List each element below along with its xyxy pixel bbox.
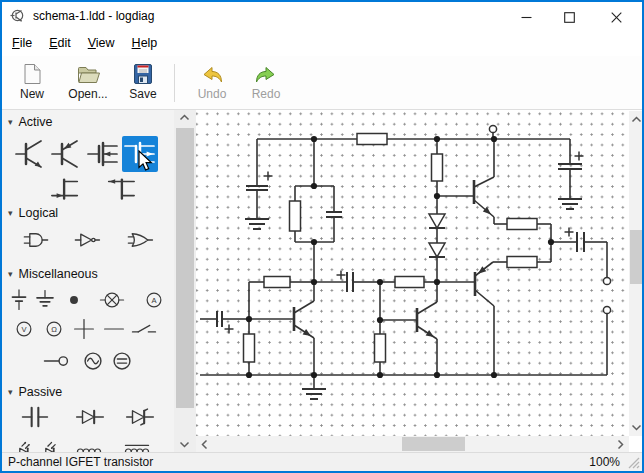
open-folder-icon [76, 62, 100, 86]
palette-item-crossing[interactable] [69, 316, 99, 342]
menu-item-file[interactable]: File [4, 33, 40, 53]
palette-item-inductor[interactable] [66, 436, 112, 452]
canvas-vertical-scrollbar[interactable] [629, 111, 644, 436]
canvas-hscrollbar-thumb[interactable] [402, 437, 465, 451]
palette-item-photodiode[interactable] [40, 436, 66, 452]
palette-scrollbar[interactable] [174, 110, 196, 452]
menu-item-help[interactable]: Help [124, 33, 166, 53]
palette-item-n-channel-igfet-transistor[interactable] [86, 136, 122, 172]
zener-diode-icon [122, 402, 158, 432]
palette-item-and-gate[interactable] [10, 226, 62, 254]
palette-item-wire[interactable] [99, 316, 129, 342]
close-button[interactable] [605, 10, 627, 25]
crossing-icon [69, 316, 99, 342]
redo-button[interactable]: Redo [242, 60, 290, 107]
chevron-up-icon [630, 115, 643, 124]
minimize-button[interactable] [515, 10, 537, 25]
expander-icon: ▾ [8, 388, 13, 397]
palette-category-passive[interactable]: ▾Passive [8, 384, 62, 400]
junction-icon [58, 287, 90, 313]
undo-arrow-icon [200, 62, 224, 86]
canvas-scroll-left-button[interactable] [200, 438, 209, 451]
toolbar-separator [174, 64, 175, 102]
chevron-up-icon [178, 113, 191, 122]
save-button[interactable]: Save [118, 60, 168, 107]
statusbar: P-channel IGFET transistor 100% [2, 452, 642, 471]
undo-button-label: Undo [198, 87, 227, 101]
palette-item-ammeter[interactable]: A [136, 287, 172, 313]
led-icon [14, 436, 40, 452]
palette-item-or-gate[interactable] [114, 226, 166, 254]
terminal-icon [42, 346, 72, 376]
new-button-label: New [20, 87, 44, 101]
palette-item-battery-cell[interactable] [6, 287, 32, 313]
palette-item-ground[interactable] [32, 287, 58, 313]
canvas-vscrollbar-thumb[interactable] [630, 230, 643, 284]
palette-item-npn-transistor[interactable] [14, 136, 50, 172]
palette-category-miscellaneous[interactable]: ▾Miscellaneous [8, 266, 98, 282]
palette-scrollbar-thumb[interactable] [176, 128, 194, 408]
save-button-label: Save [129, 87, 156, 101]
close-icon [611, 12, 622, 23]
new-button[interactable]: New [10, 60, 54, 107]
menu-item-view[interactable]: View [80, 33, 123, 53]
schematic-canvas[interactable] [196, 111, 629, 436]
undo-button[interactable]: Undo [186, 60, 238, 107]
canvas-scroll-right-button[interactable] [616, 438, 625, 451]
palette-item-voltmeter[interactable]: V [9, 316, 39, 342]
titlebar[interactable]: schema-1.ldd - logdiag [2, 2, 642, 30]
palette-scroll-up-button[interactable] [178, 113, 191, 122]
canvas-horizontal-scrollbar[interactable] [196, 436, 629, 452]
p-channel-jfet-transistor-icon [102, 172, 138, 206]
canvas-scroll-down-button[interactable] [630, 423, 643, 432]
or-gate-icon [122, 226, 158, 254]
chevron-down-icon [178, 440, 191, 449]
zoom-level: 100% [589, 455, 620, 469]
app-window: schema-1.ldd - logdiag FileEditViewHelp … [0, 0, 644, 473]
switch-icon [129, 316, 159, 342]
chevron-right-icon [616, 438, 625, 451]
palette-item-pnp-transistor[interactable] [50, 136, 86, 172]
toolbar: NewOpen...SaveUndoRedo [2, 56, 642, 110]
lamp-icon [94, 287, 130, 313]
palette-item-led[interactable] [14, 436, 40, 452]
window-title: schema-1.ldd - logdiag [33, 9, 154, 23]
maximize-icon [564, 12, 575, 23]
palette-scroll-down-button[interactable] [178, 440, 191, 449]
palette-item-lamp[interactable] [90, 287, 134, 313]
schematic-polarity-plus-signs [225, 152, 584, 334]
maximize-button[interactable] [558, 10, 580, 25]
battery-cell-icon [6, 287, 32, 313]
npn-transistor-icon [14, 136, 50, 172]
palette-item-junction[interactable] [58, 287, 90, 313]
palette-item-zener-diode[interactable] [117, 402, 163, 432]
palette-item-inductor-with-core[interactable] [112, 436, 162, 452]
and-gate-icon [18, 226, 54, 254]
menu-item-edit[interactable]: Edit [41, 33, 79, 53]
expander-icon: ▾ [8, 118, 13, 127]
canvas-scroll-up-button[interactable] [630, 115, 643, 124]
svg-text:Ω: Ω [51, 325, 57, 334]
open-button[interactable]: Open... [60, 60, 116, 107]
palette-item-n-channel-jfet-transistor[interactable] [48, 172, 84, 206]
voltmeter-icon: V [9, 316, 39, 342]
n-channel-igfet-transistor-icon [86, 136, 122, 172]
palette-category-active[interactable]: ▾Active [8, 114, 53, 130]
palette-category-label: Miscellaneous [19, 267, 98, 281]
palette-item-capacitor[interactable] [12, 402, 58, 432]
palette-item-terminal[interactable] [42, 346, 72, 376]
palette-item-ac-source[interactable] [78, 346, 108, 376]
palette-category-logical[interactable]: ▾Logical [8, 205, 58, 221]
palette-item-p-channel-jfet-transistor[interactable] [102, 172, 138, 206]
palette-item-ohmmeter[interactable]: Ω [39, 316, 69, 342]
new-document-icon [20, 62, 44, 86]
palette-item-dc-source[interactable] [107, 346, 137, 376]
palette-item-diode[interactable] [67, 402, 113, 432]
schematic-wires [200, 133, 607, 389]
palette-item-not-gate[interactable] [64, 226, 110, 254]
palette-category-label: Logical [19, 206, 59, 220]
resize-grip[interactable] [626, 455, 640, 469]
palette-item-switch[interactable] [129, 316, 159, 342]
palette-category-label: Active [19, 115, 53, 129]
save-floppy-icon [131, 62, 155, 86]
